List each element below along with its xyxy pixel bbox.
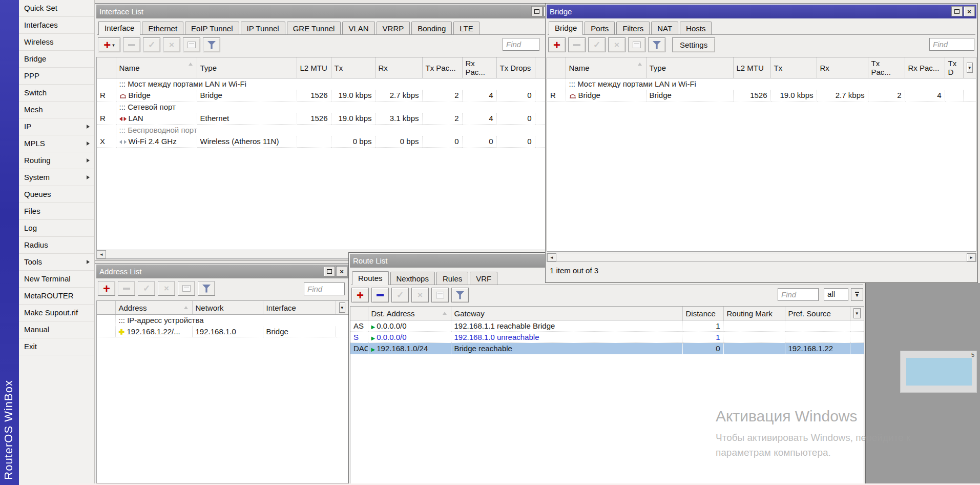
- column-select-button[interactable]: ▼: [853, 308, 861, 318]
- comment-row[interactable]: ::: IP-адресс устройства: [97, 315, 348, 326]
- close-button[interactable]: ×: [336, 266, 347, 276]
- sidebar-item-interfaces[interactable]: Interfaces: [19, 17, 94, 34]
- table-row[interactable]: R Bridge Bridge 1526 19.0 kbps 2.7 kbps …: [547, 90, 976, 102]
- column-header-rxpac[interactable]: Rx Pac...: [905, 57, 945, 78]
- tab-hosts[interactable]: Hosts: [680, 22, 712, 34]
- tab-vrf[interactable]: VRF: [470, 272, 497, 285]
- column-header-txpac[interactable]: Tx Pac...: [868, 57, 905, 78]
- sidebar-item-quick-set[interactable]: Quick Set: [19, 0, 94, 17]
- filter-button[interactable]: [203, 37, 220, 52]
- column-header-tx[interactable]: Tx: [770, 57, 817, 78]
- maximize-button[interactable]: [324, 266, 335, 276]
- column-header-distance[interactable]: Distance: [682, 307, 723, 320]
- column-header-network[interactable]: Network: [192, 301, 263, 315]
- table-row[interactable]: S ▶0.0.0.0/0 192.168.1.0 unreachable 1: [350, 332, 864, 343]
- sidebar-item-bridge[interactable]: Bridge: [19, 51, 94, 68]
- column-header-routing-mark[interactable]: Routing Mark: [723, 307, 785, 320]
- sidebar-item-log[interactable]: Log: [19, 220, 94, 237]
- remove-button[interactable]: [371, 288, 389, 302]
- add-button[interactable]: +: [548, 37, 566, 52]
- column-header-flags[interactable]: [97, 57, 116, 78]
- tab-nexthops[interactable]: Nexthops: [390, 272, 435, 285]
- filter-select[interactable]: all: [824, 288, 848, 301]
- column-header-rx[interactable]: Rx: [375, 57, 422, 78]
- column-select-button[interactable]: ▼: [339, 302, 346, 313]
- disable-button[interactable]: ×: [411, 288, 429, 302]
- column-header-flags[interactable]: [350, 307, 368, 320]
- sidebar-item-manual[interactable]: Manual: [19, 321, 94, 338]
- tab-rules[interactable]: Rules: [436, 272, 468, 285]
- comment-row[interactable]: ::: Мост между портами LAN и Wi-Fi: [547, 78, 976, 90]
- tab-lte[interactable]: LTE: [453, 22, 479, 34]
- remove-button[interactable]: [568, 37, 586, 52]
- sidebar-item-new-terminal[interactable]: New Terminal: [19, 271, 94, 288]
- enable-button[interactable]: ✓: [138, 281, 155, 296]
- table-row[interactable]: 192.168.1.22/... 192.168.1.0 Bridge: [97, 326, 348, 337]
- maximize-button[interactable]: [531, 6, 543, 16]
- scroll-right-icon[interactable]: ►: [967, 253, 976, 261]
- sidebar-item-radius[interactable]: Radius: [19, 237, 94, 254]
- sidebar-item-system[interactable]: System: [19, 169, 94, 186]
- sidebar-item-routing[interactable]: Routing: [19, 152, 94, 169]
- filter-button[interactable]: [451, 288, 469, 302]
- comment-button[interactable]: [183, 37, 200, 52]
- maximize-button[interactable]: [951, 6, 963, 16]
- horizontal-scrollbar[interactable]: ◄ ►: [547, 253, 976, 262]
- tab-eoip-tunnel[interactable]: EoIP Tunnel: [185, 22, 239, 34]
- column-header-rx[interactable]: Rx: [817, 57, 868, 78]
- disable-button[interactable]: ×: [608, 37, 625, 52]
- sidebar-item-wireless[interactable]: Wireless: [19, 34, 94, 51]
- comment-button[interactable]: [431, 288, 449, 302]
- enable-button[interactable]: ✓: [391, 288, 409, 302]
- comment-row[interactable]: ::: Беспроводной порт: [97, 125, 556, 136]
- comment-row[interactable]: ::: Сетевой порт: [97, 102, 556, 113]
- bridge-titlebar[interactable]: Bridge ×: [547, 5, 976, 18]
- tab-filters[interactable]: Filters: [616, 22, 650, 34]
- column-header-interface[interactable]: Interface: [263, 301, 336, 315]
- tab-vrrp[interactable]: VRRP: [377, 22, 410, 34]
- tab-bonding[interactable]: Bonding: [411, 22, 452, 34]
- column-header-address[interactable]: Address: [115, 301, 192, 315]
- column-header-txd[interactable]: Tx D: [945, 57, 963, 78]
- column-header-tx[interactable]: Tx: [331, 57, 375, 78]
- sidebar-item-metarouter[interactable]: MetaROUTER: [19, 288, 94, 305]
- column-header-pref-source[interactable]: Pref. Source: [785, 307, 850, 320]
- filter-button[interactable]: [198, 281, 215, 296]
- close-button[interactable]: ×: [964, 6, 975, 16]
- enable-button[interactable]: ✓: [588, 37, 606, 52]
- sidebar-item-tools[interactable]: Tools: [19, 254, 94, 271]
- add-button[interactable]: +: [351, 288, 369, 302]
- enable-button[interactable]: ✓: [143, 37, 160, 52]
- find-input[interactable]: [929, 38, 974, 51]
- find-input[interactable]: [778, 288, 819, 301]
- column-header-flags[interactable]: [547, 57, 566, 78]
- column-header-txdrops[interactable]: Tx Drops: [496, 57, 535, 78]
- column-header-name[interactable]: Name: [116, 57, 197, 78]
- tab-nat[interactable]: NAT: [651, 22, 678, 34]
- table-row[interactable]: X Wi-Fi 2.4 GHz Wireless (Atheros 11N) 0…: [97, 136, 556, 148]
- column-select-button[interactable]: ▼: [967, 63, 973, 73]
- interface-list-titlebar[interactable]: Interface List ×: [96, 5, 556, 18]
- column-header-type[interactable]: Type: [646, 57, 733, 78]
- filter-button[interactable]: [648, 37, 665, 52]
- column-header-rxpac[interactable]: Rx Pac...: [462, 57, 496, 78]
- sidebar-item-exit[interactable]: Exit: [19, 338, 94, 355]
- sidebar-item-ip[interactable]: IP: [19, 118, 94, 135]
- scroll-left-icon[interactable]: ◄: [97, 250, 106, 258]
- sidebar-item-files[interactable]: Files: [19, 203, 94, 220]
- comment-button[interactable]: [628, 37, 645, 52]
- tab-ip-tunnel[interactable]: IP Tunnel: [241, 22, 285, 34]
- settings-button[interactable]: Settings: [672, 37, 715, 52]
- comment-row[interactable]: ::: Мост между портами LAN и Wi-Fi: [97, 78, 556, 90]
- tab-vlan[interactable]: VLAN: [342, 22, 374, 34]
- sidebar-item-mesh[interactable]: Mesh: [19, 102, 94, 118]
- add-button[interactable]: +: [98, 281, 115, 296]
- remove-button[interactable]: [118, 281, 135, 296]
- column-header-txpac[interactable]: Tx Pac...: [422, 57, 462, 78]
- find-input[interactable]: [304, 282, 345, 295]
- sidebar-item-queues[interactable]: Queues: [19, 186, 94, 203]
- sidebar-item-make-supout[interactable]: Make Supout.rif: [19, 305, 94, 321]
- tab-routes[interactable]: Routes: [352, 271, 389, 285]
- table-row[interactable]: R LAN Ethernet 1526 19.0 kbps 3.1 kbps 2…: [97, 113, 556, 125]
- column-header-l2mtu[interactable]: L2 MTU: [733, 57, 770, 78]
